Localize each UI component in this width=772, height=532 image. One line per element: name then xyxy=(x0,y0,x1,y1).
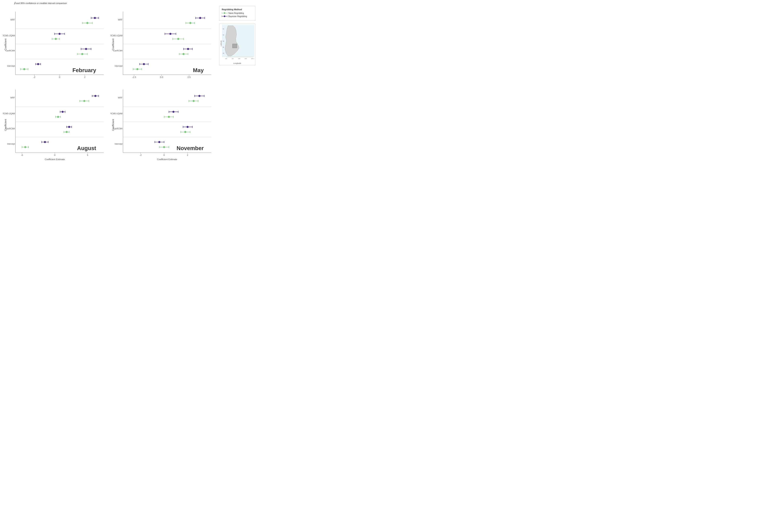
coeff-label-intercept-may: Intercept xyxy=(115,65,122,67)
x-tick-may-2: 0.0 xyxy=(160,76,163,78)
map-lon-122: -122 xyxy=(231,58,234,59)
map-lon-118: -118 xyxy=(244,58,246,59)
map-lat-34: 34 xyxy=(223,53,224,54)
chart-main-title: β̂ and 95% confidence or credible interv… xyxy=(14,2,217,5)
coeff-label-crcm-may: CRCM5-UQAM xyxy=(110,35,122,37)
map-lat-38: 38 xyxy=(223,41,224,42)
dot-intercept-bayesian-feb xyxy=(37,63,39,65)
map-lat-40: 40 xyxy=(223,34,224,36)
map-lat-36: 36 xyxy=(223,47,224,48)
map-longitude-label: Longitude xyxy=(220,62,254,64)
svg-point-131 xyxy=(224,12,225,14)
dot-intercept-naive-may xyxy=(136,68,138,70)
coeff-label-canrcm-feb: CanRCM4 xyxy=(5,50,15,52)
x-tick-nov-1: -2 xyxy=(140,154,142,157)
map-lon-116: -116 xyxy=(251,58,253,59)
dot-crcm-naive-may xyxy=(177,38,179,40)
coeff-label-canrcm-nov: CanRCM4 xyxy=(113,128,122,130)
coeff-label-canrcm-may: CanRCM4 xyxy=(113,50,122,52)
legend-item-bayesian: Bayesian Regridding xyxy=(222,15,253,17)
dot-wrf-naive-aug xyxy=(83,100,85,102)
chart-panel-august: Coefficient -5 0 5 xyxy=(3,84,109,166)
dot-wrf-bayesian-nov xyxy=(198,95,200,97)
dot-wrf-naive-may xyxy=(189,22,191,24)
chart-panel-november: Coefficient -2 0 2 xyxy=(110,84,216,166)
legend-item-naive: Naive Regridding xyxy=(222,12,253,14)
dot-intercept-naive-feb xyxy=(23,68,25,70)
svg-rect-137 xyxy=(232,44,237,48)
x-tick-feb-2: 0 xyxy=(59,76,60,78)
coeff-label-wrf-nov: WRF xyxy=(118,97,122,99)
dot-wrf-bayesian-aug xyxy=(94,95,96,97)
dot-canrcm-bayesian-aug xyxy=(68,126,70,128)
dot-crcm-naive-nov xyxy=(168,116,170,118)
dot-wrf-bayesian-feb xyxy=(94,17,96,19)
season-label-may: May xyxy=(193,67,204,73)
dot-canrcm-bayesian-feb xyxy=(85,48,87,50)
season-label-aug: August xyxy=(77,145,96,151)
legend-naive-label: Naive Regridding xyxy=(228,12,244,14)
map-lon-120: -120 xyxy=(238,58,240,59)
beta-symbol: β̂ xyxy=(14,2,15,4)
main-container: β̂ and 95% confidence or credible interv… xyxy=(0,0,257,169)
y-axis-label-may: Coefficient xyxy=(112,38,115,50)
dot-canrcm-bayesian-may xyxy=(187,48,189,50)
coeff-label-wrf-aug: WRF xyxy=(10,97,15,99)
dot-crcm-bayesian-may xyxy=(169,33,171,35)
dot-intercept-naive-nov xyxy=(163,146,165,148)
dot-canrcm-naive-aug xyxy=(66,131,68,133)
legend-box: Regridding Method Naive Regridding Baye xyxy=(219,6,255,20)
dot-intercept-naive-aug xyxy=(24,146,26,148)
dot-crcm-naive-feb xyxy=(55,38,57,40)
coeff-label-canrcm-aug: CanRCM4 xyxy=(5,128,15,130)
x-tick-nov-3: 2 xyxy=(187,154,188,157)
x-tick-may-1: -2.5 xyxy=(132,76,136,78)
dot-wrf-bayesian-may xyxy=(199,17,201,19)
bayesian-legend-icon xyxy=(222,15,227,17)
dot-canrcm-naive-may xyxy=(182,53,184,55)
coeff-label-crcm-feb: CRCM5-UQAM xyxy=(3,35,15,37)
top-charts-row: Coefficient xyxy=(2,5,217,83)
chart-svg-november: Coefficient -2 0 2 xyxy=(110,84,216,166)
x-tick-aug-1: -5 xyxy=(21,154,23,157)
dot-crcm-bayesian-aug xyxy=(61,111,64,113)
svg-point-135 xyxy=(224,15,225,17)
coeff-label-intercept-nov: Intercept xyxy=(115,143,122,145)
map-lat-label: Latitude xyxy=(220,25,222,62)
map-lon-114: -114 xyxy=(253,58,254,59)
coeff-label-crcm-aug: CRCM5-UQAM xyxy=(3,113,15,115)
x-tick-aug-3: 5 xyxy=(87,154,88,157)
y-axis-label-feb: Coefficient xyxy=(4,38,7,50)
x-tick-aug-2: 0 xyxy=(54,154,55,157)
dot-intercept-bayesian-may xyxy=(143,63,145,65)
dot-canrcm-naive-feb xyxy=(81,53,83,55)
coeff-label-intercept-aug: Intercept xyxy=(7,143,15,145)
dot-intercept-bayesian-aug xyxy=(44,141,46,143)
charts-area: β̂ and 95% confidence or credible interv… xyxy=(2,2,217,167)
map-box: Latitude 42 4 xyxy=(219,24,255,65)
chart-svg-february: Coefficient xyxy=(3,6,109,83)
dot-wrf-naive-nov xyxy=(193,100,195,102)
season-label-feb: February xyxy=(72,67,96,73)
map-lon-124: -124 xyxy=(225,58,227,59)
dot-canrcm-bayesian-nov xyxy=(186,126,188,128)
x-tick-may-3: 2.5 xyxy=(187,76,191,78)
dot-intercept-bayesian-nov xyxy=(158,141,160,143)
x-tick-feb-3: 2 xyxy=(84,76,85,78)
coeff-label-wrf-feb: WRF xyxy=(10,19,15,21)
x-axis-label-aug: Coefficient Estimate xyxy=(45,158,65,161)
dot-crcm-naive-aug xyxy=(57,116,59,118)
chart-panel-february: Coefficient xyxy=(3,6,109,83)
season-label-nov: November xyxy=(176,145,204,151)
x-tick-nov-2: 0 xyxy=(163,154,165,157)
dot-crcm-bayesian-feb xyxy=(58,33,60,35)
chart-svg-august: Coefficient -5 0 5 xyxy=(3,84,109,166)
dot-canrcm-naive-nov xyxy=(184,131,186,133)
legend-bayesian-label: Bayesian Regridding xyxy=(228,15,247,17)
dot-wrf-naive-feb xyxy=(86,22,88,24)
x-axis-label-nov: Coefficient Estimate xyxy=(157,158,177,161)
chart-svg-may: Coefficient -2.5 0.0 2.5 xyxy=(110,6,216,83)
bottom-charts-row: Coefficient -5 0 5 xyxy=(2,83,217,167)
chart-panel-may: Coefficient -2.5 0.0 2.5 xyxy=(110,6,216,83)
map-svg: 42 40 38 36 34 -124 -122 -120 -118 -116 … xyxy=(222,25,254,61)
